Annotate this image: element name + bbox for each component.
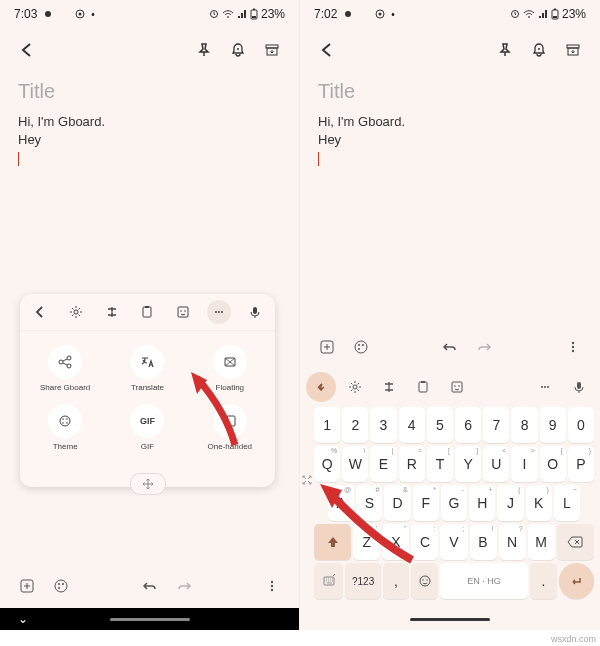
period-key[interactable]: . (530, 563, 557, 599)
note-body[interactable]: Title Hi, I'm Gboard. Hey (300, 72, 600, 176)
nav-pill[interactable] (410, 618, 490, 621)
theme-item[interactable]: Theme (24, 400, 106, 455)
one-handed-item[interactable]: One-handed (189, 400, 271, 455)
alarm-indicator-icon (209, 9, 219, 19)
svg-point-0 (45, 11, 51, 17)
key-q[interactable]: Q% (314, 446, 340, 482)
key-r[interactable]: R= (399, 446, 425, 482)
key-a[interactable]: A@ (328, 485, 354, 521)
toolbar-expand-button[interactable] (306, 372, 336, 402)
key-u[interactable]: U< (483, 446, 509, 482)
key-g[interactable]: G- (441, 485, 467, 521)
enter-key[interactable] (559, 563, 594, 599)
title-placeholder[interactable]: Title (18, 80, 281, 103)
panel-back-button[interactable] (28, 300, 52, 324)
emoji-key[interactable] (411, 563, 438, 599)
more-button[interactable] (556, 330, 590, 364)
palette-button[interactable] (44, 569, 78, 603)
key-v[interactable]: V; (440, 524, 467, 560)
pin-button[interactable] (488, 33, 522, 67)
palette-button[interactable] (344, 330, 378, 364)
key-8[interactable]: 8 (511, 407, 537, 443)
undo-button[interactable] (433, 330, 467, 364)
pin-button[interactable] (187, 33, 221, 67)
mic-icon[interactable] (564, 372, 594, 402)
key-j[interactable]: J( (497, 485, 523, 521)
key-l[interactable]: L~ (554, 485, 580, 521)
mic-icon[interactable] (243, 300, 267, 324)
add-button[interactable] (310, 330, 344, 364)
sticker-icon[interactable] (171, 300, 195, 324)
share-gboard-item[interactable]: Share Gboard (24, 341, 106, 396)
clipboard-icon[interactable] (135, 300, 159, 324)
key-b[interactable]: B! (470, 524, 497, 560)
shift-key[interactable] (314, 524, 351, 560)
more-button[interactable] (255, 569, 289, 603)
redo-button[interactable] (467, 330, 501, 364)
key-e[interactable]: E| (370, 446, 396, 482)
svg-rect-36 (227, 416, 235, 426)
more-options-icon[interactable] (530, 372, 560, 402)
key-9[interactable]: 9 (540, 407, 566, 443)
key-6[interactable]: 6 (455, 407, 481, 443)
note-body[interactable]: Title Hi, I'm Gboard. Hey (0, 72, 299, 176)
key-5[interactable]: 5 (427, 407, 453, 443)
settings-icon[interactable] (64, 300, 88, 324)
symbols-key[interactable]: ?123 (345, 563, 380, 599)
panel-toolbar (20, 294, 275, 331)
title-placeholder[interactable]: Title (318, 80, 582, 103)
key-4[interactable]: 4 (399, 407, 425, 443)
clipboard-icon[interactable] (408, 372, 438, 402)
nav-chevron-icon[interactable]: ⌄ (18, 612, 28, 626)
reminder-button[interactable] (522, 33, 556, 67)
key-z[interactable]: Z' (353, 524, 380, 560)
key-7[interactable]: 7 (483, 407, 509, 443)
sticker-icon[interactable] (442, 372, 472, 402)
key-i[interactable]: I> (511, 446, 537, 482)
gboard-floating-panel: Share Gboard Translate Floating Theme GI… (20, 294, 275, 487)
key-s[interactable]: S# (356, 485, 382, 521)
key-t[interactable]: T[ (427, 446, 453, 482)
gif-item[interactable]: GIF GIF (106, 400, 188, 455)
open-keyboard-key[interactable] (314, 563, 343, 599)
keyboard-expand-handle[interactable] (301, 465, 313, 495)
settings-icon[interactable] (340, 372, 370, 402)
note-line: Hi, I'm Gboard. (18, 113, 281, 131)
nav-pill[interactable] (110, 618, 190, 621)
key-2[interactable]: 2 (342, 407, 368, 443)
key-k[interactable]: K) (526, 485, 552, 521)
reminder-button[interactable] (221, 33, 255, 67)
undo-button[interactable] (133, 569, 167, 603)
key-o[interactable]: O{ (540, 446, 566, 482)
comma-key[interactable]: , (383, 563, 410, 599)
more-options-icon[interactable] (207, 300, 231, 324)
key-w[interactable]: W\ (342, 446, 368, 482)
key-1[interactable]: 1 (314, 407, 340, 443)
svg-point-60 (541, 386, 543, 388)
key-f[interactable]: F* (413, 485, 439, 521)
svg-point-22 (185, 310, 187, 312)
translate-item[interactable]: Translate (106, 341, 188, 396)
key-0[interactable]: 0 (568, 407, 594, 443)
key-3[interactable]: 3 (370, 407, 396, 443)
key-x[interactable]: X" (382, 524, 409, 560)
key-c[interactable]: C: (411, 524, 438, 560)
key-p[interactable]: P} (568, 446, 594, 482)
back-button[interactable] (310, 33, 344, 67)
redo-button[interactable] (167, 569, 201, 603)
key-h[interactable]: H+ (469, 485, 495, 521)
key-y[interactable]: Y] (455, 446, 481, 482)
drag-handle[interactable] (20, 461, 275, 487)
text-select-icon[interactable] (374, 372, 404, 402)
archive-button[interactable] (556, 33, 590, 67)
text-select-icon[interactable] (100, 300, 124, 324)
backspace-key[interactable] (557, 524, 594, 560)
floating-item[interactable]: Floating (189, 341, 271, 396)
key-n[interactable]: N? (499, 524, 526, 560)
key-m[interactable]: M (528, 524, 555, 560)
space-key[interactable]: EN · HG (440, 563, 528, 599)
back-button[interactable] (10, 33, 44, 67)
add-button[interactable] (10, 569, 44, 603)
archive-button[interactable] (255, 33, 289, 67)
key-d[interactable]: D& (384, 485, 410, 521)
